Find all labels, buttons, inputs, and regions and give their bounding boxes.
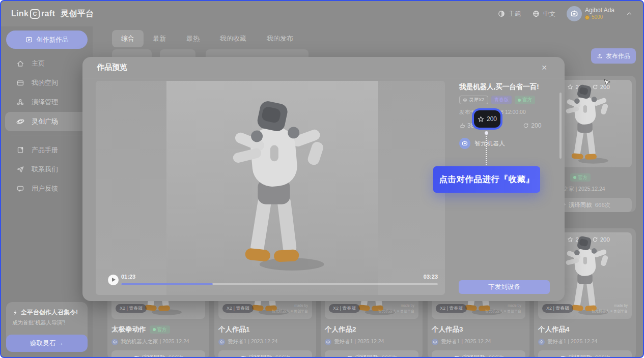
remix-icon — [559, 354, 566, 358]
brand-c-icon: C — [30, 9, 40, 19]
remix-label: 演绎同款 — [142, 354, 165, 358]
favorite-button[interactable]: 200 — [474, 110, 500, 128]
stars-count: 200 — [487, 115, 497, 123]
robot-face-icon — [326, 340, 330, 344]
deploy-to-device-button[interactable]: 下发到设备 — [459, 280, 550, 294]
play-button[interactable] — [108, 275, 119, 285]
robot-face-icon — [219, 340, 224, 344]
card-author: 爱好者1 | 2025.12.24 — [432, 338, 525, 345]
remix-count: 666次 — [275, 354, 291, 358]
app-window: Link C raft 灵创平台 主题 中文 Agibot Ada 5000 — [0, 0, 644, 358]
nodes-icon — [16, 98, 24, 106]
author-date: 爱好者1 | 2025.12.24 — [441, 338, 491, 345]
author-date: 爱好者1 | 2025.12.24 — [334, 338, 384, 345]
user-menu[interactable]: Agibot Ada 5000 — [567, 6, 614, 21]
robot-face-icon — [113, 340, 117, 344]
sidebar-item-contact-us[interactable]: 联系我们 — [5, 160, 89, 179]
video-player: 01:23 03:23 — [96, 81, 445, 295]
author-date: 我的机器人之家 | 2025.12.24 — [121, 338, 189, 345]
official-label: 官方 — [522, 97, 532, 103]
star-icon — [478, 116, 484, 123]
folder-icon — [16, 79, 24, 87]
sidebar-item-creation-square[interactable]: 灵创广场 — [5, 112, 89, 131]
robot-thumbnail — [558, 82, 611, 165]
author-avatar — [459, 138, 470, 149]
brand-logo[interactable]: Link C raft 灵创平台 — [11, 9, 94, 19]
model-chip: X2 | 青春版 — [436, 304, 467, 313]
progress-bar[interactable] — [121, 283, 438, 285]
language-label: 中文 — [543, 10, 555, 18]
official-label: 官方 — [157, 326, 167, 333]
remix-icon — [346, 354, 352, 358]
card-title-row: 个人作品2 — [325, 325, 418, 334]
author-avatar — [432, 339, 438, 345]
tab-comprehensive[interactable]: 综合 — [112, 30, 144, 47]
remix-label: 演绎同款 — [569, 201, 592, 209]
edition-tag: 青春版 — [491, 96, 512, 104]
shares-stat[interactable]: 200 — [523, 122, 541, 129]
camera-icon — [463, 98, 467, 102]
remix-count: 666次 — [489, 354, 505, 358]
remix-label: 演绎同款 — [355, 354, 379, 358]
remix-button[interactable]: 演绎同款 666次 — [111, 350, 205, 358]
lightning-icon — [12, 310, 18, 316]
remix-count: 666次 — [169, 354, 184, 358]
upload-icon — [597, 53, 603, 59]
remix-count: 666次 — [382, 354, 398, 358]
work-author[interactable]: 智元机器人 — [459, 138, 551, 149]
remix-count: 666次 — [595, 354, 611, 358]
coin-icon — [585, 15, 590, 20]
author-date: 爱好者1 | 2023.12.24 — [228, 338, 277, 345]
promo-title: 全平台创作人召集令! — [21, 308, 78, 317]
author-avatar — [325, 339, 331, 345]
user-info: Agibot Ada 5000 — [585, 7, 614, 21]
watermark: made by智元机器人 × 灵创平台 — [485, 303, 521, 314]
remix-label: 演绎同款 — [462, 354, 486, 358]
watermark: made by智元机器人 × 灵创平台 — [378, 303, 414, 314]
sidebar-item-label: 主页 — [32, 59, 45, 68]
remix-button[interactable]: 演绎同款 666次 — [432, 350, 525, 358]
remix-button[interactable]: 演绎同款 666次 — [325, 350, 418, 358]
create-icon — [25, 36, 33, 43]
chat-bubble-icon — [16, 185, 24, 193]
model-tag: 灵犀X2 — [459, 96, 488, 104]
publish-work-button[interactable]: 发布作品 — [591, 48, 636, 64]
theme-toggle[interactable]: 主题 — [497, 10, 521, 18]
sidebar-item-user-feedback[interactable]: 用户反馈 — [5, 179, 89, 198]
author-avatar — [111, 339, 118, 345]
earn-gems-button[interactable]: 赚取灵石 → — [6, 335, 88, 352]
tour-connector-line — [486, 136, 487, 165]
chevron-up-icon[interactable] — [626, 10, 633, 17]
tab-newest[interactable]: 最新 — [153, 34, 166, 43]
model-chip: X2 | 青春版 — [542, 304, 573, 313]
watermark: made by智元机器人 × 灵创平台 — [272, 303, 308, 314]
remix-button[interactable]: 演绎同款 666次 — [218, 350, 312, 358]
paper-plane-icon — [16, 165, 24, 173]
sidebar-item-label: 联系我们 — [32, 165, 58, 174]
tab-hottest[interactable]: 最热 — [186, 34, 200, 43]
modal-header: 作品预览 ✕ — [82, 57, 565, 78]
language-switcher[interactable]: 中文 — [532, 10, 555, 18]
promo-subtitle: 成为首批“机器人导演”! — [6, 317, 88, 326]
sidebar: 创作新作品 主页 我的空间 演绎管理 灵创广场 产品手册 联系我们 — [1, 26, 93, 357]
close-icon[interactable]: ✕ — [538, 63, 550, 72]
remix-button[interactable]: 演绎同款 666次 — [538, 350, 632, 358]
tour-connector-dot — [485, 131, 488, 135]
tab-my-posts[interactable]: 我的发布 — [267, 34, 293, 43]
sidebar-item-performance-mgmt[interactable]: 演绎管理 — [5, 93, 89, 112]
model-chip: X2 | 青春版 — [116, 304, 147, 313]
sidebar-item-home[interactable]: 主页 — [5, 54, 89, 73]
sidebar-item-product-manual[interactable]: 产品手册 — [5, 140, 89, 160]
scrollbar-thumb[interactable] — [559, 93, 562, 159]
author-name: 智元机器人 — [474, 139, 505, 148]
tab-my-favorites[interactable]: 我的收藏 — [220, 34, 246, 43]
create-work-button[interactable]: 创作新作品 — [6, 31, 88, 49]
card-title: 个人作品2 — [325, 325, 356, 334]
sidebar-item-my-space[interactable]: 我的空间 — [5, 73, 89, 93]
user-name: Agibot Ada — [585, 7, 614, 14]
card-title: 个人作品4 — [538, 325, 570, 334]
shares-count: 200 — [531, 122, 541, 129]
favorite-highlight-ring[interactable]: 200 — [472, 108, 502, 130]
avatar — [567, 6, 582, 21]
sidebar-divider — [11, 135, 82, 135]
